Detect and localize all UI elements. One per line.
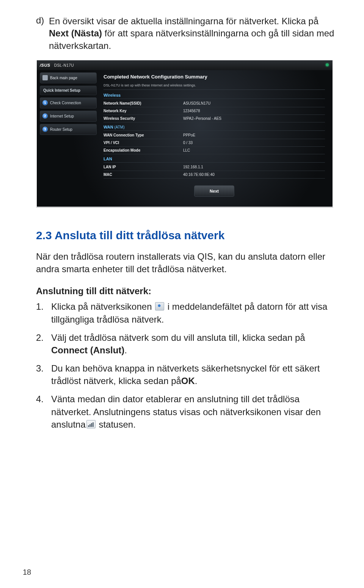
section-name: WAN <box>104 125 113 129</box>
summary-key: Network Name(SSID) <box>104 101 183 105</box>
summary-row: MAC40:16:7E:60:8E:40 <box>104 171 325 179</box>
sidebar-item-label: Check Connection <box>50 101 81 105</box>
sidebar-step-number: 2 <box>42 113 48 119</box>
status-led-icon <box>326 63 329 66</box>
step-2: Välj det trådlösa nätverk som du vill an… <box>36 331 337 357</box>
step-1: Klicka på nätverksikonen i meddelandefäl… <box>36 300 337 326</box>
section-name: Wireless <box>104 93 121 97</box>
intro-marker: d) <box>36 15 49 52</box>
summary-key: Network Key <box>104 109 183 113</box>
step-3-bold: OK <box>181 376 195 386</box>
step-1-pre: Klicka på nätverksikonen <box>51 301 154 312</box>
sidebar-item-label: Internet Setup <box>50 114 74 118</box>
sidebar-item-router-setup[interactable]: 3 Router Setup <box>40 124 97 135</box>
summary-value: WPA2–Personal - AES <box>183 116 325 121</box>
intro-text: En översikt visar de aktuella inställnin… <box>49 15 337 52</box>
summary-value: PPPoE <box>183 133 325 137</box>
section-heading-2-3: 2.3 Ansluta till ditt trådlösa nätverk <box>36 229 337 242</box>
summary-row: Wireless SecurityWPA2–Personal - AES <box>104 115 325 122</box>
sidebar-item-internet-setup[interactable]: 2 Internet Setup <box>40 111 97 122</box>
summary-key: WAN Connection Type <box>104 133 183 137</box>
summary-row: Network Name(SSID)ASUSDSLN17U <box>104 100 325 107</box>
network-tray-icon <box>155 302 164 310</box>
section-name: LAN <box>104 157 112 161</box>
summary-key: VPI / VCI <box>104 141 183 145</box>
summary-value: 12345678 <box>183 109 325 113</box>
router-model-label: DSL-N17U <box>54 63 74 67</box>
sidebar-heading: Quick Internet Setup <box>40 86 97 95</box>
document-page: d) En översikt visar de aktuella inställ… <box>0 0 364 588</box>
brand-logo-text: /SUS <box>40 63 50 67</box>
summary-value: 192.168.1.1 <box>183 165 325 169</box>
back-main-page-button[interactable]: Back main page <box>40 72 97 83</box>
router-sidebar: Back main page Quick Internet Setup 1 Ch… <box>37 70 100 207</box>
summary-title: Completed Network Configuration Summary <box>104 74 325 80</box>
summary-row: WAN Connection TypePPPoE <box>104 132 325 139</box>
summary-row: Encapsulation ModeLLC <box>104 147 325 154</box>
summary-value: 40:16:7E:60:8E:40 <box>183 172 325 177</box>
step-4-post: statusen. <box>96 419 136 430</box>
summary-row: LAN IP192.168.1.1 <box>104 163 325 171</box>
router-ui-screenshot: /SUS DSL-N17U Back main page Quick Inter… <box>36 60 333 208</box>
section-intro-paragraph: När den trådlösa routern installerats vi… <box>36 250 337 275</box>
next-button[interactable]: Next <box>194 185 234 197</box>
intro-list-item: d) En översikt visar de aktuella inställ… <box>36 15 337 52</box>
sidebar-item-label: Router Setup <box>50 127 72 132</box>
summary-note: DSL-N17U is set up with these Internet a… <box>104 83 325 90</box>
page-number: 18 <box>23 568 31 577</box>
summary-value: 0 / 33 <box>183 141 325 145</box>
step-2-post: . <box>124 345 127 355</box>
summary-row: Network Key12345678 <box>104 107 325 115</box>
summary-row: VPI / VCI0 / 33 <box>104 139 325 147</box>
step-2-pre: Välj det trådlösa nätverk som du vill an… <box>51 332 305 343</box>
steps-list: Klicka på nätverksikonen i meddelandefäl… <box>36 300 337 431</box>
steps-subheading: Anslutning till ditt nätverk: <box>36 286 337 296</box>
summary-value: ASUSDSLN17U <box>183 101 325 105</box>
step-3-post: . <box>195 376 198 386</box>
router-body: Back main page Quick Internet Setup 1 Ch… <box>37 70 333 207</box>
sidebar-item-check-connection[interactable]: 1 Check Connection <box>40 97 97 108</box>
router-main-panel: Completed Network Configuration Summary … <box>100 70 333 207</box>
next-button-wrap: Next <box>104 185 325 197</box>
signal-bars-icon <box>86 420 96 428</box>
section-annotation: (ATM) <box>113 125 125 129</box>
step-4: Vänta medan din dator etablerar en anslu… <box>36 393 337 431</box>
summary-key: MAC <box>104 172 183 177</box>
section-wireless-heading: Wireless <box>104 93 325 99</box>
section-lan-heading: LAN <box>104 157 325 163</box>
summary-key: Wireless Security <box>104 116 183 121</box>
intro-text-pre: En översikt visar de aktuella inställnin… <box>49 16 318 26</box>
sidebar-step-number: 3 <box>42 127 48 132</box>
router-titlebar: /SUS DSL-N17U <box>37 60 333 70</box>
summary-key: LAN IP <box>104 165 183 169</box>
intro-text-bold: Next (Nästa) <box>49 28 102 38</box>
sidebar-step-number: 1 <box>42 100 48 105</box>
step-2-bold: Connect (Anslut) <box>51 345 124 355</box>
step-3: Du kan behöva knappa in nätverkets säker… <box>36 362 337 387</box>
summary-value: LLC <box>183 148 325 152</box>
summary-key: Encapsulation Mode <box>104 148 183 152</box>
section-wan-heading: WAN (ATM) <box>104 125 325 131</box>
